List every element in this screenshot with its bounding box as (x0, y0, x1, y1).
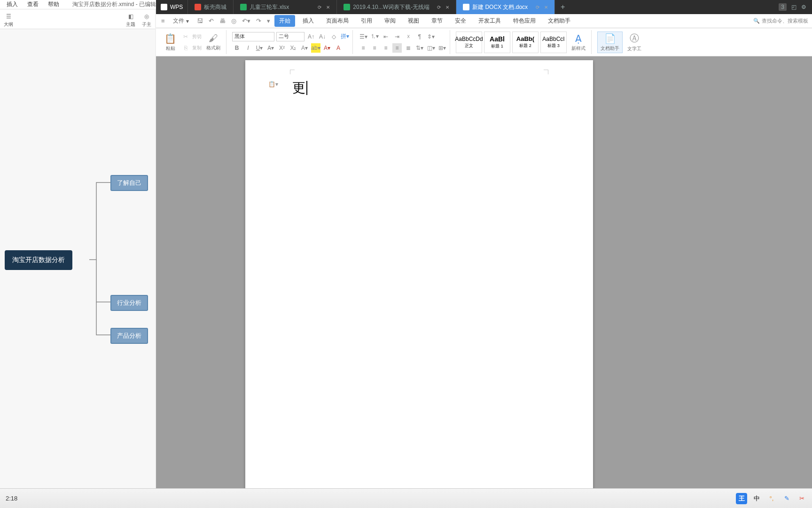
format-painter-button[interactable]: 🖌 格式刷 (203, 32, 223, 52)
menu-tab-reference[interactable]: 引用 (356, 15, 377, 27)
xmind-tool-item[interactable]: ◎ 子主 (142, 12, 151, 28)
sort-button[interactable]: ☓ (404, 32, 413, 41)
excel-icon (344, 4, 350, 10)
menu-tab-review[interactable]: 审阅 (380, 15, 400, 27)
close-icon[interactable]: ✕ (326, 5, 330, 10)
menu-tab-developer[interactable]: 开发工具 (474, 15, 506, 27)
copy-button[interactable]: ⎘ (181, 43, 190, 53)
web-icon (195, 4, 201, 10)
menu-tab-view[interactable]: 视图 (403, 15, 424, 27)
char-border-button[interactable]: A (334, 43, 343, 53)
style-label: 标题 1 (491, 43, 503, 49)
cut-button[interactable]: ✂ (181, 32, 190, 41)
wps-tab-bar: WPS 板壳商城 儿童三轮车.xlsx ⟳ ✕ 2019.4.10...W词表下… (156, 0, 812, 14)
italic-button[interactable]: I (243, 43, 253, 53)
search-commands[interactable]: 🔍 查找命令、搜索模板 (753, 17, 808, 24)
xmind-tool-item[interactable]: ☰ 大纲 (4, 12, 13, 28)
refresh-icon[interactable]: ⟳ (437, 5, 441, 10)
refresh-icon[interactable]: ⟳ (318, 5, 321, 10)
undo-dropdown-icon[interactable]: ↶▾ (241, 17, 252, 24)
close-icon[interactable]: ✕ (544, 5, 548, 10)
punctuation-icon[interactable]: °, (766, 493, 777, 504)
menu-tab-start[interactable]: 开始 (274, 15, 295, 27)
font-color-button[interactable]: A▾ (322, 43, 332, 53)
xmind-menu-item[interactable]: 帮助 (43, 0, 64, 8)
new-style-button[interactable]: Ạ 新样式 (569, 32, 588, 53)
menu-icon[interactable]: ≡ (160, 17, 166, 24)
skin-icon[interactable]: ◰ (791, 4, 796, 10)
show-marks-button[interactable]: ¶ (415, 32, 424, 41)
number-list-button[interactable]: ⒈▾ (370, 32, 379, 41)
pen-icon[interactable]: ✎ (781, 493, 792, 504)
menu-tab-assistant[interactable]: 文档助手 (543, 15, 575, 27)
superscript-button[interactable]: X² (277, 43, 287, 53)
phonetic-button[interactable]: 拼▾ (340, 32, 350, 41)
doc-assistant-button[interactable]: 📄 文档助手 (597, 32, 623, 53)
close-icon[interactable]: ✕ (445, 5, 449, 10)
strikethrough-button[interactable]: A̵▾ (266, 43, 275, 53)
ribbon-group-clipboard: 📋 粘贴 ✂ 剪切 ⎘ 复制 🖌 格式刷 (159, 30, 226, 54)
wps-file-tab[interactable]: 板壳商城 (188, 0, 234, 14)
style-heading1[interactable]: AaBl 标题 1 (484, 32, 510, 53)
paste-button[interactable]: 📋 粘贴 (162, 32, 179, 53)
xmind-menu-item[interactable]: 插入 (2, 0, 23, 8)
document-text-content[interactable]: 更 (292, 79, 307, 97)
wps-file-tab-active[interactable]: 新建 DOCX 文档.docx ⟳ ✕ (456, 0, 555, 14)
shrink-font-button[interactable]: A↓ (318, 32, 327, 41)
wps-file-tab[interactable]: 儿童三轮车.xlsx ⟳ ✕ (234, 0, 337, 14)
menu-tab-special[interactable]: 特色应用 (508, 15, 540, 27)
document-page[interactable]: 📋▾ 更 (245, 60, 593, 488)
mindmap-canvas[interactable]: 淘宝开店数据分析 了解自己 行业分析 产品分析 (0, 29, 155, 488)
wps-file-tab[interactable]: 2019.4.10...W词表下载-无线端 ⟳ ✕ (337, 0, 456, 14)
highlight-button[interactable]: ab▾ (311, 43, 320, 53)
align-left-button[interactable]: ≡ (359, 43, 368, 53)
style-normal[interactable]: AaBbCcDd 正文 (456, 32, 482, 53)
menu-tab-layout[interactable]: 页面布局 (321, 15, 353, 27)
text-tool-button[interactable]: Ⓐ 文字工 (625, 31, 644, 53)
underline-button[interactable]: U▾ (255, 43, 264, 53)
undo-icon[interactable]: ↶ (207, 17, 215, 24)
grow-font-button[interactable]: A↑ (306, 32, 316, 41)
style-heading3[interactable]: AaBbCcI 标题 3 (540, 32, 567, 53)
paste-options-icon[interactable]: 📋▾ (268, 81, 278, 87)
print-icon[interactable]: 🖶 (218, 17, 227, 24)
settings-icon[interactable]: ⚙ (801, 4, 806, 10)
increase-indent-button[interactable]: ⇥ (392, 32, 402, 41)
menu-tab-security[interactable]: 安全 (450, 15, 471, 27)
align-right-button[interactable]: ≡ (381, 43, 390, 53)
redo-icon[interactable]: ↷ (255, 17, 263, 24)
align-center-button[interactable]: ≡ (370, 43, 379, 53)
decrease-indent-button[interactable]: ⇤ (381, 32, 390, 41)
shading-button[interactable]: ◫▾ (426, 43, 436, 53)
font-name-select[interactable] (232, 32, 274, 41)
bullet-list-button[interactable]: ☰▾ (359, 32, 368, 41)
bold-button[interactable]: B (232, 43, 242, 53)
new-tab-button[interactable]: + (555, 0, 570, 14)
ime-badge-icon[interactable]: 王 (736, 493, 747, 504)
subscript-button[interactable]: X₂ (289, 43, 298, 53)
distribute-button[interactable]: ≣ (404, 43, 413, 53)
dropdown-icon[interactable]: ▾ (265, 17, 272, 24)
scissors-icon[interactable]: ✂ (796, 493, 807, 504)
refresh-icon[interactable]: ⟳ (536, 5, 539, 10)
menu-tab-insert[interactable]: 插入 (298, 15, 319, 27)
font-size-select[interactable] (276, 32, 304, 41)
document-canvas-area[interactable]: 📋▾ 更 (156, 56, 812, 488)
align-justify-button[interactable]: ≡ (392, 43, 402, 53)
style-heading2[interactable]: AaBb( 标题 2 (512, 32, 539, 53)
notification-badge[interactable]: 3 (779, 3, 787, 11)
ime-lang-icon[interactable]: 中 (751, 493, 762, 504)
text-direction-button[interactable]: ⇅▾ (415, 43, 424, 53)
text-effect-button[interactable]: A▾ (300, 43, 309, 53)
wps-home-tab[interactable]: WPS (156, 0, 188, 14)
line-spacing-button[interactable]: ⇕▾ (426, 32, 436, 41)
preview-icon[interactable]: ◎ (230, 17, 238, 24)
style-preview: AaBbCcDd (455, 36, 483, 42)
border-button[interactable]: ⊞▾ (437, 43, 447, 53)
save-icon[interactable]: 🖫 (195, 17, 204, 24)
xmind-menu-item[interactable]: 查看 (23, 0, 43, 8)
file-menu-button[interactable]: 文件 ▾ (169, 15, 193, 27)
menu-tab-chapter[interactable]: 章节 (427, 15, 447, 27)
xmind-tool-item[interactable]: ◧ 主题 (126, 12, 135, 28)
clear-format-button[interactable]: ◇ (329, 32, 338, 41)
